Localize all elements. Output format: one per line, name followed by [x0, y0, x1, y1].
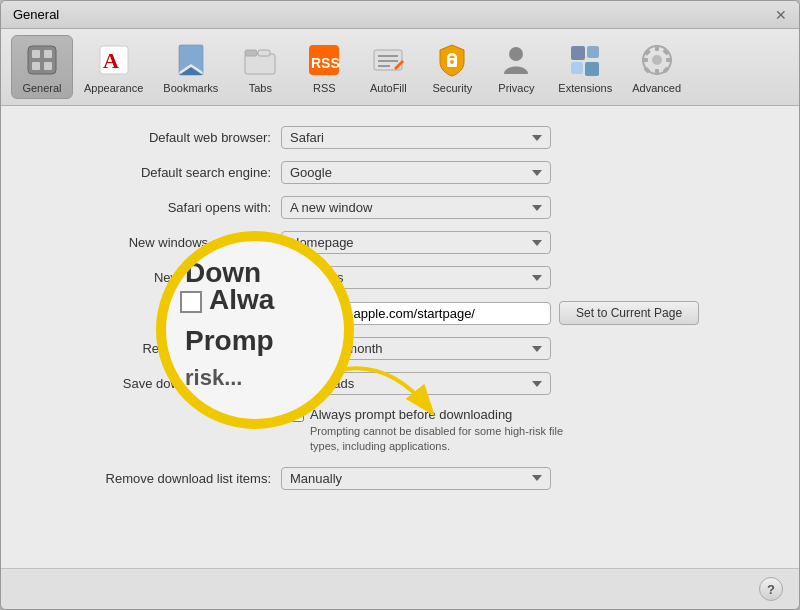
- help-button[interactable]: ?: [759, 577, 783, 601]
- default-browser-control: Safari: [281, 126, 551, 149]
- security-icon: [432, 40, 472, 80]
- general-icon: [22, 40, 62, 80]
- remove-downloads-control: Manually: [281, 467, 551, 490]
- default-search-label: Default search engine:: [41, 165, 281, 180]
- tabs-icon: [240, 40, 280, 80]
- svg-point-21: [450, 60, 454, 64]
- remove-downloads-label: Remove download list items:: [41, 471, 281, 486]
- close-button[interactable]: ✕: [775, 8, 787, 22]
- remove-history-select[interactable]: After one month: [281, 337, 551, 360]
- svg-rect-32: [666, 58, 672, 62]
- svg-rect-34: [662, 48, 669, 55]
- toolbar-item-security[interactable]: Security: [421, 35, 483, 99]
- toolbar-item-advanced[interactable]: Advanced: [623, 35, 690, 99]
- extensions-icon: [565, 40, 605, 80]
- bookmarks-icon: [171, 40, 211, 80]
- toolbar-item-rss[interactable]: RSS RSS: [293, 35, 355, 99]
- always-prompt-label[interactable]: Always prompt before downloading: [310, 407, 512, 422]
- toolbar-item-general[interactable]: General: [11, 35, 73, 99]
- homepage-label: Homepage:: [41, 306, 281, 321]
- svg-rect-30: [655, 69, 659, 75]
- remove-history-row: Remove history items: After one month: [41, 337, 759, 360]
- new-tabs-control: Top Sites: [281, 266, 551, 289]
- svg-rect-0: [28, 46, 56, 74]
- homepage-input[interactable]: [281, 302, 551, 325]
- save-downloads-select[interactable]: Downloads: [281, 372, 551, 395]
- footer: ?: [1, 568, 799, 609]
- always-prompt-sublabel: Prompting cannot be disabled for some hi…: [310, 424, 590, 455]
- save-downloads-label: Save downloaded files to:: [41, 376, 281, 391]
- new-tabs-row: New tabs open with: Top Sites: [41, 266, 759, 289]
- toolbar-label-autofill: AutoFill: [370, 82, 407, 94]
- new-tabs-label: New tabs open with:: [41, 270, 281, 285]
- always-prompt-row: Always prompt before downloading Prompti…: [291, 407, 759, 455]
- autofill-icon: [368, 40, 408, 80]
- toolbar-label-general: General: [22, 82, 61, 94]
- svg-rect-1: [32, 50, 40, 58]
- new-windows-row: New windows open with: Homepage: [41, 231, 759, 254]
- safari-opens-control: A new window: [281, 196, 551, 219]
- set-current-page-button[interactable]: Set to Current Page: [559, 301, 699, 325]
- svg-point-28: [652, 55, 662, 65]
- homepage-control: Set to Current Page: [281, 301, 699, 325]
- toolbar-item-appearance[interactable]: A Appearance: [75, 35, 152, 99]
- remove-history-label: Remove history items:: [41, 341, 281, 356]
- svg-rect-31: [642, 58, 648, 62]
- advanced-icon: [637, 40, 677, 80]
- toolbar-label-bookmarks: Bookmarks: [163, 82, 218, 94]
- default-browser-row: Default web browser: Safari: [41, 126, 759, 149]
- toolbar-item-privacy[interactable]: Privacy: [485, 35, 547, 99]
- default-browser-select[interactable]: Safari: [281, 126, 551, 149]
- svg-rect-25: [571, 62, 583, 74]
- toolbar-item-extensions[interactable]: Extensions: [549, 35, 621, 99]
- always-prompt-checkbox[interactable]: [291, 409, 304, 422]
- title-bar: General ✕: [1, 1, 799, 29]
- svg-rect-23: [571, 46, 585, 60]
- toolbar-label-rss: RSS: [313, 82, 336, 94]
- default-search-row: Default search engine: Google: [41, 161, 759, 184]
- svg-text:RSS: RSS: [311, 55, 340, 71]
- toolbar-item-tabs[interactable]: Tabs: [229, 35, 291, 99]
- toolbar-label-advanced: Advanced: [632, 82, 681, 94]
- svg-rect-24: [587, 46, 599, 58]
- default-search-control: Google: [281, 161, 551, 184]
- appearance-icon: A: [94, 40, 134, 80]
- preferences-window: General ✕ General A: [0, 0, 800, 610]
- svg-rect-3: [44, 50, 52, 58]
- default-browser-label: Default web browser:: [41, 130, 281, 145]
- window-title: General: [13, 7, 59, 22]
- svg-rect-2: [32, 62, 40, 70]
- homepage-row: Homepage: Set to Current Page: [41, 301, 759, 325]
- privacy-icon: [496, 40, 536, 80]
- new-windows-label: New windows open with:: [41, 235, 281, 250]
- new-windows-select[interactable]: Homepage: [281, 231, 551, 254]
- toolbar-item-autofill[interactable]: AutoFill: [357, 35, 419, 99]
- toolbar-label-tabs: Tabs: [249, 82, 272, 94]
- toolbar-label-privacy: Privacy: [498, 82, 534, 94]
- svg-rect-11: [245, 50, 257, 56]
- svg-rect-12: [258, 50, 270, 56]
- toolbar-label-appearance: Appearance: [84, 82, 143, 94]
- remove-downloads-select[interactable]: Manually: [281, 467, 551, 490]
- save-downloads-row: Save downloaded files to: Downloads: [41, 372, 759, 395]
- toolbar-label-extensions: Extensions: [558, 82, 612, 94]
- svg-rect-33: [644, 49, 651, 56]
- svg-text:A: A: [103, 48, 119, 73]
- rss-icon: RSS: [304, 40, 344, 80]
- safari-opens-label: Safari opens with:: [41, 200, 281, 215]
- toolbar: General A Appearance Bookmarks: [1, 29, 799, 106]
- svg-rect-26: [585, 62, 599, 76]
- content-area: Default web browser: Safari Default sear…: [1, 106, 799, 568]
- save-downloads-control: Downloads: [281, 372, 551, 395]
- svg-point-22: [509, 47, 523, 61]
- safari-opens-select[interactable]: A new window: [281, 196, 551, 219]
- new-windows-control: Homepage: [281, 231, 551, 254]
- svg-rect-4: [44, 62, 52, 70]
- toolbar-item-bookmarks[interactable]: Bookmarks: [154, 35, 227, 99]
- remove-downloads-row: Remove download list items: Manually: [41, 467, 759, 490]
- safari-opens-row: Safari opens with: A new window: [41, 196, 759, 219]
- svg-rect-10: [245, 54, 275, 74]
- default-search-select[interactable]: Google: [281, 161, 551, 184]
- new-tabs-select[interactable]: Top Sites: [281, 266, 551, 289]
- toolbar-label-security: Security: [432, 82, 472, 94]
